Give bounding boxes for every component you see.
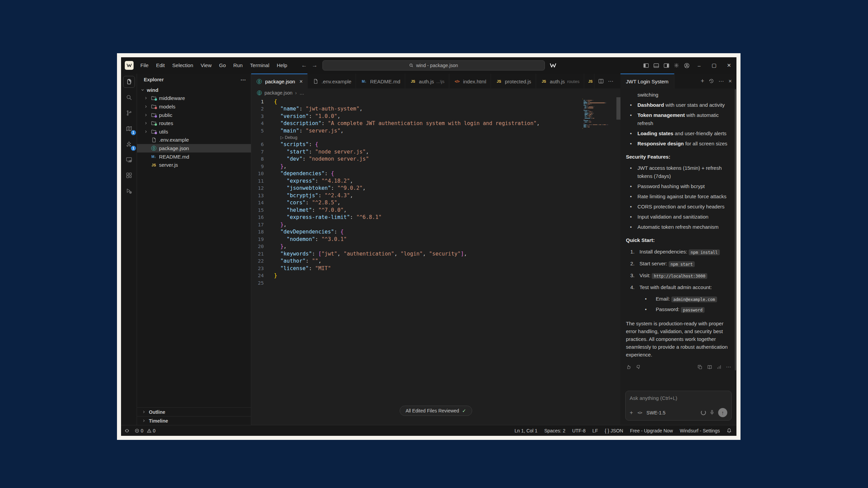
windsurf-wordmark-icon: [550, 63, 556, 68]
copy-icon[interactable]: [697, 365, 703, 370]
tab-label: auth.js: [550, 79, 565, 84]
close-icon[interactable]: ✕: [728, 79, 732, 84]
tab-auth-js[interactable]: JSauth.jsroutes: [536, 74, 584, 88]
code-context-icon[interactable]: <>: [637, 410, 642, 415]
status-item-windsurf-settings[interactable]: Windsurf - Settings: [680, 428, 720, 433]
tab--env-example[interactable]: .env.example: [308, 74, 356, 88]
layout-panel-icon[interactable]: [651, 57, 661, 74]
breadcrumb-more[interactable]: …: [299, 90, 304, 96]
close-icon[interactable]: ✕: [299, 79, 303, 84]
command-center-search[interactable]: wind - package.json: [322, 60, 545, 70]
account-icon[interactable]: [682, 57, 692, 74]
layout-sidebar-right-icon[interactable]: [661, 57, 671, 74]
status-item-free-upgrade-now[interactable]: Free - Upgrade Now: [630, 428, 673, 433]
more-icon[interactable]: ⋯: [718, 78, 724, 84]
more-actions-icon[interactable]: ⋯: [608, 78, 613, 84]
back-arrow-icon[interactable]: ←: [301, 62, 307, 69]
status-item-utf-8[interactable]: UTF-8: [572, 428, 586, 433]
tree-root-wind[interactable]: wind: [137, 86, 251, 94]
minimap-line: [583, 114, 615, 115]
tree-item-models[interactable]: models: [137, 102, 251, 111]
activity-item-cascade-plugins[interactable]: 1: [123, 138, 135, 150]
line-number: 20: [251, 244, 264, 249]
editor-tab-bar: {}package.json✕.env.exampleM↓README.mdJS…: [251, 74, 620, 88]
code-editor[interactable]: 1{2 "name": "jwt-auth-system",3 "version…: [251, 97, 620, 425]
tree-item-public[interactable]: public: [137, 111, 251, 119]
tree-item--env-example[interactable]: .env.example: [137, 136, 251, 144]
tree-item-middleware[interactable]: middleware: [137, 94, 251, 103]
explorer-more-icon[interactable]: ⋯: [240, 77, 246, 83]
menu-selection[interactable]: Selection: [169, 57, 197, 74]
minimap-line: [583, 110, 615, 111]
windsurf-logo-icon[interactable]: [125, 61, 134, 70]
menu-view[interactable]: View: [197, 57, 215, 74]
chat-input-placeholder[interactable]: Ask anything (Ctrl+L): [630, 395, 727, 401]
bell-icon[interactable]: [727, 428, 732, 433]
close-button[interactable]: ✕: [722, 57, 736, 74]
microphone-icon[interactable]: [710, 410, 714, 415]
activity-item-extensions[interactable]: [123, 169, 135, 181]
code-line: 14 "cors": "^2.8.5",: [251, 199, 620, 207]
stats-icon[interactable]: [717, 365, 722, 369]
tree-item-routes[interactable]: routes: [137, 119, 251, 127]
status-item-spaces-2[interactable]: Spaces: 2: [544, 428, 565, 433]
codelens-debug[interactable]: ▷ Debug: [251, 135, 620, 141]
status-item-lf[interactable]: LF: [592, 428, 598, 433]
tab-index-html[interactable]: </>index.html: [449, 74, 491, 88]
breadcrumb[interactable]: {} package.json › …: [251, 88, 620, 97]
menu-edit[interactable]: Edit: [152, 57, 169, 74]
chat-input-box[interactable]: Ask anything (Ctrl+L) + <> SWE-1.5 ↑: [625, 391, 732, 421]
gear-icon[interactable]: [671, 57, 682, 74]
problems-indicator[interactable]: 0 0: [135, 428, 156, 433]
split-editor-icon[interactable]: [598, 78, 604, 84]
activity-item-run-tools[interactable]: [123, 185, 135, 197]
forward-arrow-icon[interactable]: →: [312, 62, 318, 69]
menu-go[interactable]: Go: [215, 57, 230, 74]
layout-sidebar-left-icon[interactable]: [641, 57, 651, 74]
menu-help[interactable]: Help: [273, 57, 291, 74]
chat-scrollbar[interactable]: [735, 89, 736, 370]
tree-item-readme-md[interactable]: M↓README.md: [137, 152, 251, 161]
menu-run[interactable]: Run: [230, 57, 246, 74]
tab-readme-md[interactable]: M↓README.md: [356, 74, 405, 88]
model-selector[interactable]: SWE-1.5: [647, 410, 666, 415]
more-icon[interactable]: ⋯: [726, 363, 731, 371]
review-pill-button[interactable]: All Edited Files Reviewed ✓: [399, 406, 472, 416]
sidebar-section-outline[interactable]: Outline: [137, 407, 251, 416]
minimap-line: [583, 118, 615, 119]
status-item--json[interactable]: { } JSON: [605, 428, 623, 433]
history-icon[interactable]: [709, 78, 714, 84]
activity-item-source-control[interactable]: [123, 107, 135, 119]
thumbs-down-icon[interactable]: [636, 364, 641, 370]
activity-item-windsurf-reviews[interactable]: 1: [123, 123, 135, 135]
menu-file[interactable]: File: [137, 57, 152, 74]
tab-package-json[interactable]: {}package.json✕: [251, 74, 308, 88]
breadcrumb-file[interactable]: package.json: [264, 90, 293, 96]
files-icon: [126, 79, 132, 85]
minimap[interactable]: [583, 99, 615, 131]
send-button[interactable]: ↑: [718, 408, 727, 417]
status-item-ln-1-col-1[interactable]: Ln 1, Col 1: [514, 428, 537, 433]
thumbs-up-icon[interactable]: [626, 364, 631, 370]
add-context-icon[interactable]: +: [630, 409, 633, 416]
activity-item-search[interactable]: [123, 92, 135, 103]
tab-partial[interactable]: JS: [584, 74, 594, 88]
minimap-line: [583, 123, 615, 124]
tab-protected-js[interactable]: JSprotected.js: [491, 74, 536, 88]
editor-scrollbar[interactable]: [616, 97, 620, 120]
tree-item-server-js[interactable]: JSserver.js: [137, 161, 251, 169]
activity-item-explorer[interactable]: [123, 76, 135, 88]
remote-indicator-icon[interactable]: [124, 428, 130, 433]
tab-auth-js[interactable]: JSauth.js...\js: [405, 74, 449, 88]
open-docs-icon[interactable]: [707, 364, 712, 370]
tab-label: .env.example: [321, 79, 351, 84]
activity-item-remote-explorer[interactable]: [123, 154, 135, 166]
maximize-button[interactable]: ▢: [707, 57, 722, 74]
tree-item-package-json[interactable]: {}package.json: [137, 144, 251, 152]
chat-tab[interactable]: JWT Login System: [620, 74, 674, 88]
sidebar-section-timeline[interactable]: Timeline: [137, 416, 251, 425]
new-chat-icon[interactable]: +: [701, 78, 705, 85]
tree-item-utils[interactable]: utils: [137, 127, 251, 136]
minimize-button[interactable]: –: [692, 57, 707, 74]
menu-terminal[interactable]: Terminal: [246, 57, 273, 74]
